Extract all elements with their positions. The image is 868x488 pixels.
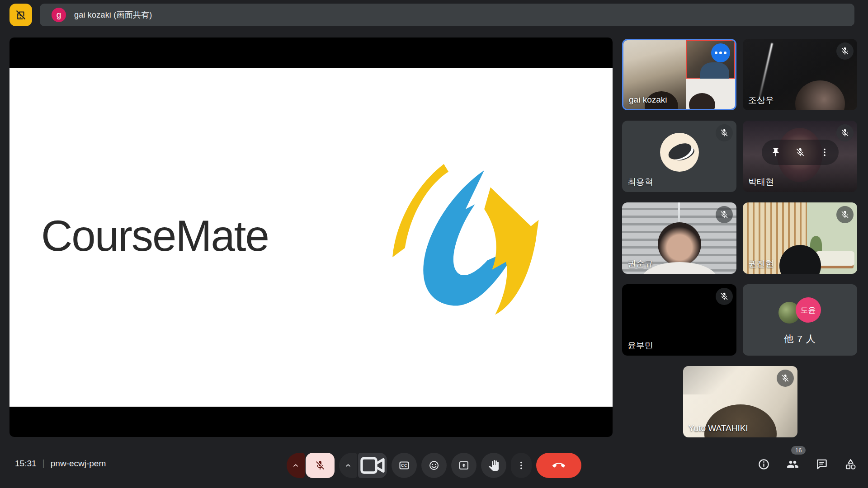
meeting-panels: 16 [757, 457, 857, 471]
mic-off-icon [720, 210, 729, 219]
mic-off-icon[interactable] [795, 147, 805, 157]
wall-shadow [683, 366, 752, 394]
participant-grid: gai kozaki 조상우 최용혁 박태현 [622, 39, 857, 356]
camera-control [339, 453, 387, 478]
chat-panel-button[interactable] [815, 457, 828, 471]
screen-share-status-chip[interactable] [9, 4, 32, 26]
divider: | [42, 458, 45, 469]
mic-mute-button[interactable] [306, 453, 335, 478]
presenter-banner[interactable]: g gai kozaki (画面共有) [40, 4, 854, 26]
video-camera-icon [358, 432, 387, 488]
present-button[interactable] [451, 453, 476, 478]
camera-toggle-button[interactable] [358, 453, 387, 478]
tile-label: gai kozaki [629, 95, 667, 105]
person-silhouette [658, 222, 701, 266]
mic-off-icon [720, 128, 729, 137]
raise-hand-button[interactable] [481, 453, 506, 478]
kebab-menu-icon [516, 460, 526, 470]
person-silhouette [795, 80, 845, 110]
muted-indicator [777, 370, 794, 387]
tile-hover-controls [762, 140, 839, 165]
person-silhouette [689, 93, 715, 110]
muted-indicator [716, 288, 733, 305]
present-screen-icon [458, 460, 469, 471]
coursemate-logo [383, 161, 542, 316]
captions-button[interactable]: CC [392, 453, 417, 478]
tile-label: 권순규 [627, 258, 653, 270]
video-placeholder [686, 40, 735, 79]
sofa-decor [816, 251, 854, 266]
tile-label: 권진현 [748, 258, 774, 270]
info-icon [758, 458, 770, 470]
mic-off-icon [720, 292, 729, 301]
tile-label: 조상우 [748, 94, 774, 106]
activities-panel-button[interactable] [844, 457, 857, 471]
mic-off-icon [840, 47, 849, 56]
people-icon [787, 458, 799, 470]
mic-control [287, 453, 335, 478]
mic-off-icon [315, 460, 326, 471]
presenter-avatar: g [52, 8, 66, 22]
muted-indicator [836, 124, 854, 141]
captions-icon-label: CC [401, 463, 407, 468]
end-call-button[interactable] [536, 453, 581, 478]
camera-options-chevron[interactable] [339, 453, 357, 478]
people-panel-button[interactable]: 16 [786, 457, 799, 471]
tile-kwonsoonkyu[interactable]: 권순규 [622, 202, 736, 274]
mic-off-icon [781, 374, 790, 383]
tile-label: 박태현 [748, 176, 774, 188]
muted-indicator [836, 42, 854, 60]
tile-label: 최용혁 [627, 176, 653, 188]
pin-icon[interactable] [771, 147, 781, 157]
chat-icon [816, 458, 828, 470]
muted-indicator [716, 124, 733, 141]
kebab-menu-icon[interactable] [820, 147, 830, 157]
tile-more-options-button[interactable] [711, 43, 730, 62]
presentation-slide: CourseMate [9, 68, 613, 407]
tile-label: 윤부민 [627, 340, 653, 352]
participant-count-badge: 16 [791, 446, 806, 455]
mic-options-chevron[interactable] [287, 453, 305, 478]
tile-label: Yuto WATAHIKI [689, 423, 748, 433]
call-end-icon [552, 459, 565, 472]
meeting-code: pnw-ecwj-pem [51, 459, 106, 469]
screen-share-off-icon [15, 9, 27, 21]
mic-off-icon [840, 128, 849, 137]
clock-time: 15:31 [15, 459, 37, 469]
presenter-label: gai kozaki (画面共有) [74, 9, 152, 20]
tile-kwonjinhyun[interactable]: 권진현 [743, 202, 857, 274]
avatar [660, 133, 699, 172]
meeting-details-button[interactable] [757, 457, 770, 471]
muted-indicator [716, 206, 733, 223]
window-light-streak [758, 43, 773, 102]
tile-josangwoo[interactable]: 조상우 [743, 39, 857, 110]
chevron-up-icon [292, 461, 300, 469]
tile-yuto-watahiki[interactable]: Yuto WATAHIKI [683, 366, 797, 437]
shared-screen-stage[interactable]: CourseMate [9, 38, 613, 437]
mic-off-icon [840, 210, 849, 219]
tile-parktaehyun[interactable]: 박태현 [743, 121, 857, 192]
call-controls: CC [287, 453, 581, 478]
raise-hand-icon [488, 460, 499, 471]
chevron-up-icon [344, 461, 352, 469]
avatar: 도윤 [796, 297, 821, 323]
ellipsis-icon [715, 52, 717, 54]
emoji-reactions-icon [429, 460, 439, 471]
reactions-button[interactable] [421, 453, 447, 478]
video-placeholder [686, 79, 735, 109]
more-options-button[interactable] [511, 453, 532, 478]
meeting-info: 15:31 | pnw-ecwj-pem [15, 458, 106, 469]
tile-others-overflow[interactable]: 도윤 他 7 人 [743, 284, 857, 356]
others-count-label: 他 7 人 [784, 333, 816, 345]
tile-choiyonghyuk[interactable]: 최용혁 [622, 121, 736, 192]
overflow-avatars: 도윤 [778, 297, 822, 325]
muted-indicator [836, 206, 854, 223]
tile-yunbumin[interactable]: 윤부민 [622, 284, 736, 356]
slide-title: CourseMate [41, 211, 269, 260]
cookie-avatar-image [666, 140, 694, 163]
tile-gai-kozaki[interactable]: gai kozaki [622, 39, 736, 110]
activities-icon [844, 458, 857, 470]
